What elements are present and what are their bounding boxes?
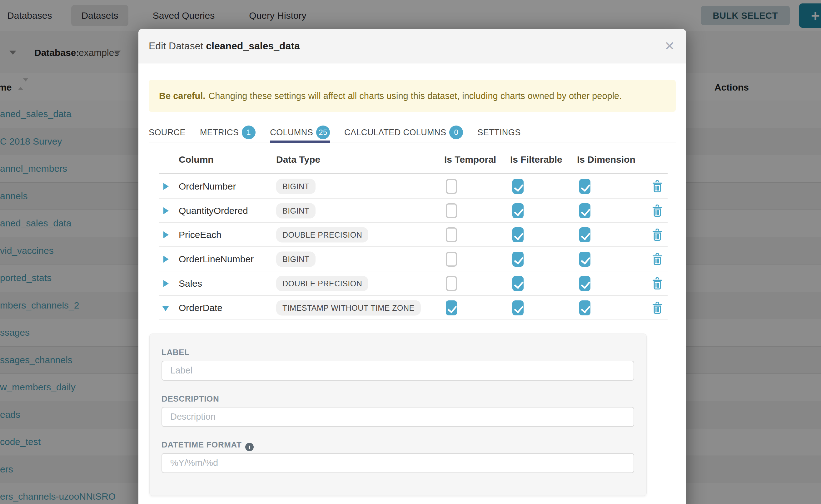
is-filterable-checkbox[interactable] <box>512 227 524 242</box>
tab-metrics[interactable]: METRICS1 <box>200 123 255 142</box>
column-row: SalesDOUBLE PRECISION <box>149 271 676 296</box>
delete-column-icon[interactable] <box>652 253 663 265</box>
close-icon[interactable]: ✕ <box>664 40 675 52</box>
column-name: QuantityOrdered <box>179 205 248 216</box>
column-name: Sales <box>179 278 202 289</box>
data-type-pill: BIGINT <box>276 252 315 267</box>
column-row: PriceEachDOUBLE PRECISION <box>149 223 676 247</box>
warning-banner-text: Changing these settings will affect all … <box>208 91 622 101</box>
column-row: OrderDateTIMESTAMP WITHOUT TIME ZONE <box>149 296 676 320</box>
edit-dataset-modal: Edit Dataset cleaned_sales_data ✕ Be car… <box>138 29 686 504</box>
data-type-pill: TIMESTAMP WITHOUT TIME ZONE <box>276 300 421 315</box>
warning-banner-bold: Be careful. <box>159 91 205 101</box>
tab-label: SETTINGS <box>477 128 521 137</box>
label-input[interactable] <box>161 361 634 381</box>
is-dimension-checkbox[interactable] <box>579 179 591 194</box>
tab-label: METRICS <box>200 128 239 137</box>
description-caption: DESCRIPTION <box>161 394 219 404</box>
column-name: PriceEach <box>179 230 221 240</box>
tab-columns[interactable]: COLUMNS25 <box>270 123 330 142</box>
tab-label: SOURCE <box>149 128 185 137</box>
delete-column-icon[interactable] <box>652 277 663 290</box>
column-name: OrderDate <box>179 303 222 313</box>
column-row: OrderNumberBIGINT <box>149 174 676 199</box>
is-temporal-checkbox[interactable] <box>446 179 457 194</box>
modal-title-dataset-name: cleaned_sales_data <box>206 40 300 52</box>
expand-caret-icon[interactable] <box>163 256 169 263</box>
expand-caret-icon[interactable] <box>163 280 169 287</box>
warning-banner: Be careful. Changing these settings will… <box>149 80 676 112</box>
is-filterable-checkbox[interactable] <box>512 300 524 315</box>
data-type-pill: DOUBLE PRECISION <box>276 276 368 291</box>
column-detail-panel: LABEL DESCRIPTION DATETIME FORMATi <box>149 334 647 496</box>
column-name: OrderNumber <box>179 181 236 192</box>
expand-caret-icon[interactable] <box>163 231 169 238</box>
info-icon[interactable]: i <box>245 443 254 451</box>
tab-count-badge: 25 <box>316 126 330 139</box>
is-dimension-checkbox[interactable] <box>579 300 591 315</box>
is-temporal-header: Is Temporal <box>444 154 496 165</box>
data-type-header: Data Type <box>276 154 320 165</box>
data-type-pill: DOUBLE PRECISION <box>276 227 368 243</box>
modal-tabs: SOURCEMETRICS1COLUMNS25CALCULATED COLUMN… <box>149 123 676 142</box>
is-temporal-checkbox[interactable] <box>446 276 457 291</box>
is-filterable-checkbox[interactable] <box>512 203 524 218</box>
tab-calculated-columns[interactable]: CALCULATED COLUMNS0 <box>344 123 463 142</box>
is-dimension-checkbox[interactable] <box>579 276 591 291</box>
description-input[interactable] <box>161 407 634 427</box>
is-filterable-checkbox[interactable] <box>512 179 524 194</box>
delete-column-icon[interactable] <box>652 229 663 241</box>
is-temporal-checkbox[interactable] <box>446 252 457 267</box>
datetime-format-caption: DATETIME FORMATi <box>161 440 254 451</box>
label-caption: LABEL <box>161 348 190 357</box>
collapse-caret-icon[interactable] <box>162 306 169 311</box>
tab-settings[interactable]: SETTINGS <box>477 123 521 142</box>
columns-table: Column Data Type Is Temporal Is Filterab… <box>149 142 676 320</box>
delete-column-icon[interactable] <box>652 180 663 193</box>
is-dimension-checkbox[interactable] <box>579 227 591 242</box>
datetime-format-input[interactable] <box>161 453 634 473</box>
column-row: OrderLineNumberBIGINT <box>149 247 676 271</box>
is-filterable-checkbox[interactable] <box>512 276 524 291</box>
column-row: QuantityOrderedBIGINT <box>149 199 676 223</box>
is-temporal-checkbox[interactable] <box>446 203 457 218</box>
tab-label: CALCULATED COLUMNS <box>344 128 446 137</box>
modal-title-prefix: Edit Dataset <box>149 40 203 52</box>
is-dimension-header: Is Dimension <box>577 154 636 165</box>
is-temporal-checkbox[interactable] <box>446 300 457 315</box>
column-name: OrderLineNumber <box>179 254 254 264</box>
expand-caret-icon[interactable] <box>163 183 169 190</box>
tab-count-badge: 0 <box>449 126 463 139</box>
data-type-pill: BIGINT <box>276 179 315 194</box>
columns-table-header: Column Data Type Is Temporal Is Filterab… <box>149 142 676 174</box>
is-temporal-checkbox[interactable] <box>446 227 457 242</box>
tab-label: COLUMNS <box>270 128 313 137</box>
tab-count-badge: 1 <box>242 126 255 139</box>
is-filterable-header: Is Filterable <box>510 154 562 165</box>
delete-column-icon[interactable] <box>652 205 663 217</box>
is-dimension-checkbox[interactable] <box>579 252 591 267</box>
modal-title: Edit Dataset cleaned_sales_data <box>149 40 300 52</box>
tab-source[interactable]: SOURCE <box>149 123 185 142</box>
modal-header: Edit Dataset cleaned_sales_data ✕ <box>138 29 686 63</box>
data-type-pill: BIGINT <box>276 203 315 218</box>
expand-caret-icon[interactable] <box>163 207 169 214</box>
is-filterable-checkbox[interactable] <box>512 252 524 267</box>
delete-column-icon[interactable] <box>652 302 663 314</box>
is-dimension-checkbox[interactable] <box>579 203 591 218</box>
column-header: Column <box>179 154 214 165</box>
